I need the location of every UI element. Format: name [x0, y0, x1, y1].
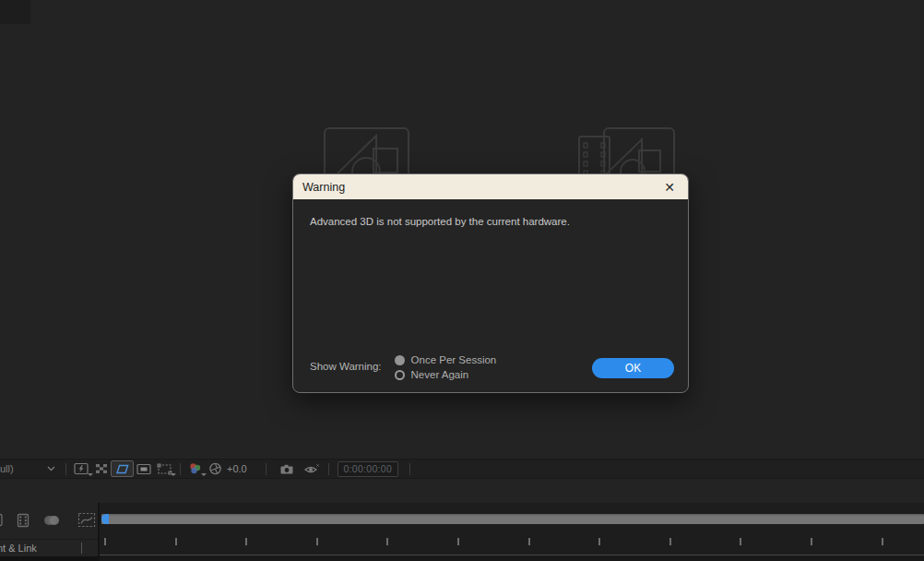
- left-column-footer: [0, 556, 98, 561]
- toolbar-separator: [266, 463, 267, 475]
- radio-selected-icon[interactable]: [395, 355, 405, 365]
- dialog-message: Advanced 3D is not supported by the curr…: [310, 216, 671, 227]
- composition-viewer-toolbar: ull): [0, 459, 924, 479]
- dialog-title: Warning: [302, 181, 660, 194]
- ok-button[interactable]: OK: [592, 358, 674, 378]
- toolbar-separator: [409, 463, 410, 475]
- column-separator[interactable]: [81, 543, 82, 554]
- timecode-value: 0:00:00:00: [343, 463, 392, 474]
- transparency-grid-icon[interactable]: [92, 460, 111, 477]
- panel-divider[interactable]: [98, 503, 100, 561]
- fast-preview-icon[interactable]: [71, 460, 92, 477]
- mask-visibility-icon[interactable]: [111, 460, 134, 477]
- timeline-switch-icons: [0, 512, 96, 528]
- clipped-icon[interactable]: [0, 513, 4, 527]
- close-icon[interactable]: ✕: [660, 178, 679, 197]
- toolbar-separator: [328, 463, 329, 475]
- timeline-track-area: [100, 503, 924, 561]
- time-navigator-bar[interactable]: [101, 514, 924, 524]
- exposure-aperture-icon[interactable]: [206, 460, 225, 477]
- dropdown-arrow-icon: [171, 473, 176, 476]
- resolution-dropdown[interactable]: ull): [0, 460, 61, 477]
- show-snapshot-eye-icon[interactable]: [301, 460, 323, 477]
- show-warning-radio-group: Once Per Session Never Again: [395, 354, 497, 380]
- graph-editor-icon[interactable]: [77, 512, 96, 528]
- channel-rgb-icon[interactable]: [185, 460, 206, 477]
- time-ruler-ticks[interactable]: [100, 538, 924, 545]
- motion-blur-icon[interactable]: [42, 513, 61, 528]
- radio-never-again[interactable]: Never Again: [395, 369, 497, 380]
- parent-link-header[interactable]: nt & Link: [0, 540, 98, 556]
- crop-region-icon[interactable]: [154, 460, 175, 477]
- timeline-panel: nt & Link: [0, 503, 924, 561]
- toolbar-separator: [65, 463, 66, 475]
- radio-once-per-session[interactable]: Once Per Session: [395, 354, 497, 365]
- dialog-footer: Show Warning: Once Per Session Never Aga…: [310, 343, 674, 380]
- show-warning-label: Show Warning:: [310, 361, 382, 372]
- playhead-marker[interactable]: [101, 514, 109, 524]
- timecode-field[interactable]: 0:00:00:00: [338, 461, 398, 477]
- exposure-value[interactable]: +0.0: [227, 463, 247, 474]
- radio-label: Never Again: [411, 369, 469, 380]
- chevron-down-icon: [47, 466, 55, 471]
- radio-unselected-icon[interactable]: [395, 370, 405, 380]
- warning-dialog: Warning ✕ Advanced 3D is not supported b…: [292, 173, 689, 393]
- region-of-interest-icon[interactable]: [134, 460, 154, 477]
- film-frames-icon[interactable]: [16, 513, 30, 528]
- resolution-value: ull): [0, 463, 14, 474]
- dialog-titlebar[interactable]: Warning ✕: [293, 174, 688, 199]
- toolbar-separator: [180, 463, 181, 475]
- timeline-bottom-strip: [100, 555, 924, 561]
- snapshot-camera-icon[interactable]: [277, 460, 297, 477]
- radio-label: Once Per Session: [411, 354, 497, 365]
- timeline-left-column: nt & Link: [0, 503, 98, 561]
- parent-link-label: nt & Link: [0, 543, 37, 554]
